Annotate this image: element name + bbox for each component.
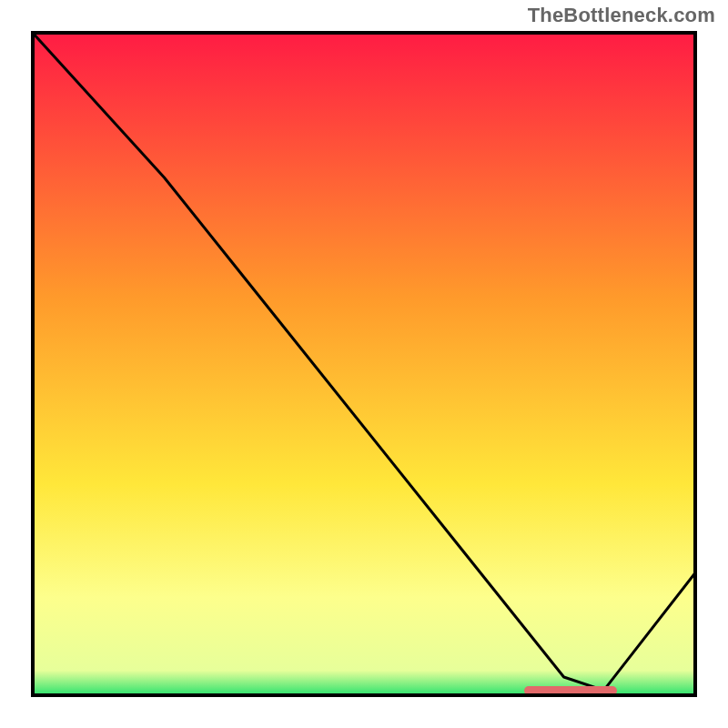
- plot-frame-top: [31, 31, 697, 35]
- plot-frame-bottom: [31, 693, 697, 697]
- plot-frame-right: [693, 31, 697, 697]
- chart-stage: TheBottleneck.com: [0, 0, 728, 728]
- plot-area: [31, 31, 697, 697]
- plot-frame-left: [31, 31, 35, 697]
- watermark-text: TheBottleneck.com: [528, 4, 715, 27]
- bottleneck-curve: [31, 31, 697, 697]
